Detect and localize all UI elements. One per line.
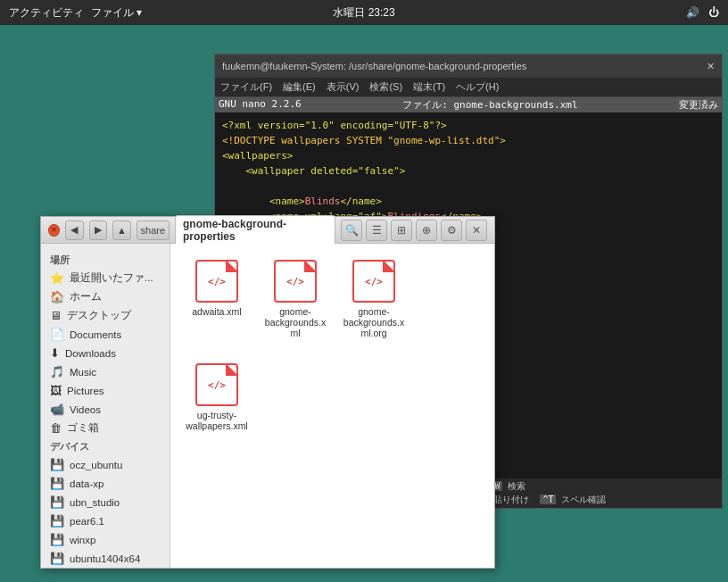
activities-button[interactable]: アクティビティ [9, 5, 84, 21]
drive-icon: 💾 [50, 514, 64, 528]
top-bar-clock: 水曜日 23:23 [333, 5, 394, 21]
recent-icon: ⭐ [50, 271, 64, 285]
sidebar-item-label: デスクトップ [67, 309, 131, 322]
downloads-icon: ⬇ [50, 346, 60, 360]
menu-view[interactable]: 表示(V) [327, 80, 360, 94]
sidebar-item-ocz[interactable]: 💾 ocz_ubuntu [41, 455, 170, 474]
trash-icon: 🗑 [50, 421, 62, 435]
drive-icon: 💾 [50, 477, 64, 490]
desktop-icon: 🖥 [50, 309, 62, 322]
file-label-adwaita: adwaita.xml [192, 306, 241, 317]
xml-line-1: <?xml version="1.0" encoding="UTF-8"?> [222, 118, 715, 133]
videos-icon: 📹 [50, 403, 64, 416]
grid-view-button[interactable]: ⊞ [391, 220, 412, 241]
file-label-gnome-backgrounds: gnome-backgrounds.xml [263, 306, 327, 338]
power-icon[interactable]: ⏻ [708, 6, 719, 19]
sidebar-item-pictures[interactable]: 🖼 Pictures [41, 381, 170, 400]
documents-icon: 📄 [50, 328, 64, 341]
file-ug-trusty[interactable]: </> ug-trusty-wallpapers.xml [181, 358, 252, 436]
sidebar-item-pear61[interactable]: 💾 pear6.1 [41, 511, 170, 530]
sidebar-item-label: ゴミ箱 [67, 421, 99, 435]
sidebar-item-label: Videos [70, 404, 101, 415]
toolbar-right: 🔍 ☰ ⊞ ⊕ ⚙ ✕ [341, 220, 487, 241]
forward-button[interactable]: ▶ [89, 220, 108, 240]
home-icon: 🏠 [50, 290, 64, 303]
xml-line-5: <name>Blinds</name> [222, 194, 715, 209]
sidebar-item-desktop[interactable]: 🖥 デスクトップ [41, 306, 170, 325]
music-icon: 🎵 [50, 365, 64, 378]
fm-sidebar: 場所 ⭐ 最近開いたファ... 🏠 ホーム 🖥 デスクトップ 📄 Documen… [41, 244, 170, 568]
menu-terminal[interactable]: 端末(T) [413, 80, 445, 94]
file-adwaita[interactable]: </> adwaita.xml [181, 254, 252, 344]
up-button[interactable]: ▲ [112, 220, 131, 240]
volume-icon[interactable]: 🔊 [686, 6, 699, 19]
menu-search[interactable]: 検索(S) [369, 80, 402, 94]
xml-line-3: <wallpapers> [222, 148, 715, 163]
file-icon-gnome-backgrounds-org: </> [352, 260, 395, 303]
sidebar-item-dataxp[interactable]: 💾 data-xp [41, 474, 170, 493]
nano-version: GNU nano 2.2.6 [219, 98, 302, 112]
terminal-close[interactable]: ✕ [707, 61, 715, 72]
window-close-button[interactable]: ✕ [48, 224, 60, 237]
location-bar[interactable]: gnome-background-properties [175, 215, 335, 245]
sidebar-item-ubuntu1404[interactable]: 💾 ubuntu1404x64 [41, 549, 170, 568]
xml-line-2: <!DOCTYPE wallpapers SYSTEM "gnome-wp-li… [222, 133, 715, 148]
fm-titlebar: ✕ ◀ ▶ ▲ share gnome-background-propertie… [41, 217, 494, 244]
app-menu[interactable]: ファイル ▾ [91, 5, 142, 21]
devices-section-label: デバイス [41, 437, 170, 455]
sidebar-item-home[interactable]: 🏠 ホーム [41, 287, 170, 306]
back-button[interactable]: ◀ [65, 220, 84, 240]
places-section-label: 場所 [41, 251, 170, 269]
xml-line-4: <wallpaper deleted="false"> [222, 163, 715, 179]
nano-modified: 変更済み [679, 98, 718, 112]
menu-help[interactable]: ヘルプ(H) [456, 80, 499, 94]
sidebar-item-label: Documents [70, 329, 121, 340]
file-gnome-backgrounds-org[interactable]: </> gnome-backgrounds.xml.org [338, 254, 410, 344]
sidebar-item-label: 最近開いたファ... [70, 271, 153, 285]
drive-icon: 💾 [50, 533, 64, 546]
sidebar-item-label: Downloads [65, 348, 116, 359]
drive-icon: 💾 [50, 552, 64, 565]
terminal-title: fuukemn@fuukemn-System: /usr/share/gnome… [222, 61, 526, 71]
file-icon-gnome-backgrounds: </> [274, 260, 317, 303]
file-gnome-backgrounds[interactable]: </> gnome-backgrounds.xml [260, 254, 331, 344]
pictures-icon: 🖼 [50, 384, 62, 397]
sidebar-item-label: pear6.1 [70, 516, 104, 527]
sidebar-item-videos[interactable]: 📹 Videos [41, 400, 170, 419]
sidebar-item-trash[interactable]: 🗑 ゴミ箱 [41, 419, 170, 437]
search-button[interactable]: 🔍 [341, 220, 362, 241]
drive-icon: 💾 [50, 495, 64, 509]
sidebar-item-documents[interactable]: 📄 Documents [41, 325, 170, 344]
settings-button[interactable]: ⚙ [441, 220, 462, 241]
top-bar-left: アクティビティ ファイル ▾ [9, 5, 142, 21]
menu-edit[interactable]: 編集(E) [283, 80, 316, 94]
filemanager-window: ✕ ◀ ▶ ▲ share gnome-background-propertie… [40, 216, 495, 569]
sidebar-item-label: winxp [70, 535, 95, 545]
fm-body: 場所 ⭐ 最近開いたファ... 🏠 ホーム 🖥 デスクトップ 📄 Documen… [41, 244, 494, 568]
close-icon[interactable]: ✕ [466, 220, 487, 241]
file-icon-adwaita: </> [195, 260, 238, 303]
share-button[interactable]: share [136, 220, 170, 240]
sidebar-item-label: ocz_ubuntu [70, 460, 122, 470]
list-view-button[interactable]: ☰ [366, 220, 387, 241]
drive-icon: 💾 [50, 458, 64, 471]
top-bar-right: 🔊 ⏻ [686, 6, 719, 19]
file-icon-ug-trusty: </> [195, 363, 238, 406]
top-bar: アクティビティ ファイル ▾ 水曜日 23:23 🔊 ⏻ [0, 0, 728, 25]
sidebar-item-label: Pictures [67, 386, 104, 396]
sidebar-item-label: Music [70, 367, 96, 378]
sidebar-item-music[interactable]: 🎵 Music [41, 362, 170, 381]
menu-file[interactable]: ファイル(F) [220, 80, 272, 94]
file-label-gnome-backgrounds-org: gnome-backgrounds.xml.org [342, 306, 406, 338]
nano-titlebar: GNU nano 2.2.6 ファイル: gnome-backgrounds.x… [215, 97, 722, 112]
sidebar-item-ubn[interactable]: 💾 ubn_studio [41, 493, 170, 511]
sidebar-item-label: ホーム [70, 290, 102, 303]
sidebar-item-recent[interactable]: ⭐ 最近開いたファ... [41, 269, 170, 287]
sidebar-item-winxp[interactable]: 💾 winxp [41, 530, 170, 549]
extra-button[interactable]: ⊕ [416, 220, 437, 241]
sidebar-item-label: data-xp [70, 478, 103, 489]
sidebar-item-label: ubuntu1404x64 [70, 553, 140, 564]
sidebar-item-downloads[interactable]: ⬇ Downloads [41, 344, 170, 362]
terminal-menubar: ファイル(F) 編集(E) 表示(V) 検索(S) 端末(T) ヘルプ(H) [215, 78, 722, 97]
fm-content-area: </> adwaita.xml </> gnome-backgrounds.xm… [170, 244, 494, 568]
